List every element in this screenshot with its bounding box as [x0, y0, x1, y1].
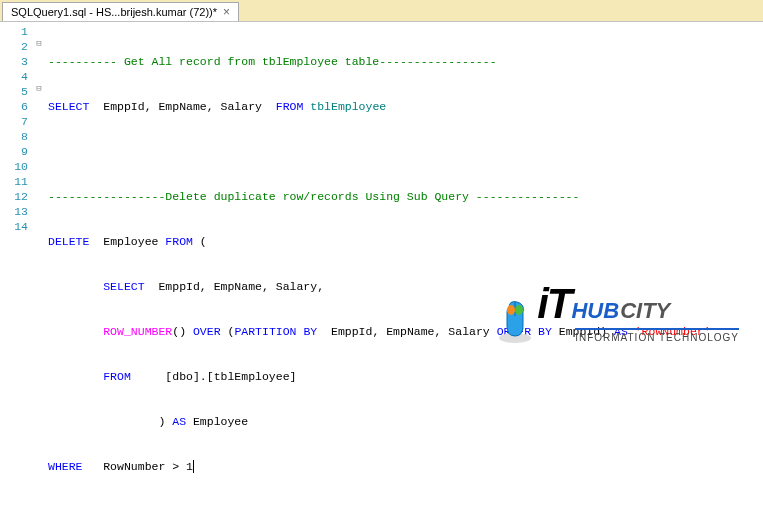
- file-tab-title: SQLQuery1.sql - HS...brijesh.kumar (72))…: [11, 6, 217, 18]
- logo-it: iT: [537, 280, 570, 328]
- logo-hub: HUB: [571, 298, 619, 324]
- fold-column: ⊟⊟: [34, 22, 44, 523]
- sql-editor[interactable]: 1234567891011121314 ⊟⊟ ---------- Get Al…: [0, 22, 763, 523]
- svg-point-9: [507, 305, 515, 315]
- code-area[interactable]: ---------- Get All record from tblEmploy…: [44, 22, 763, 523]
- logo-city: CITY: [620, 298, 670, 324]
- logo-sub: INFORMATION TECHNOLOGY: [575, 328, 739, 343]
- file-tab[interactable]: SQLQuery1.sql - HS...brijesh.kumar (72))…: [2, 2, 239, 21]
- svg-point-10: [515, 305, 523, 315]
- logo: iT HUB CITY INFORMATION TECHNOLOGY: [537, 280, 739, 343]
- line-gutter: 1234567891011121314: [0, 22, 34, 523]
- editor-tab-bar: SQLQuery1.sql - HS...brijesh.kumar (72))…: [0, 0, 763, 22]
- mouse-icon: [495, 298, 535, 346]
- close-icon[interactable]: ×: [223, 5, 230, 19]
